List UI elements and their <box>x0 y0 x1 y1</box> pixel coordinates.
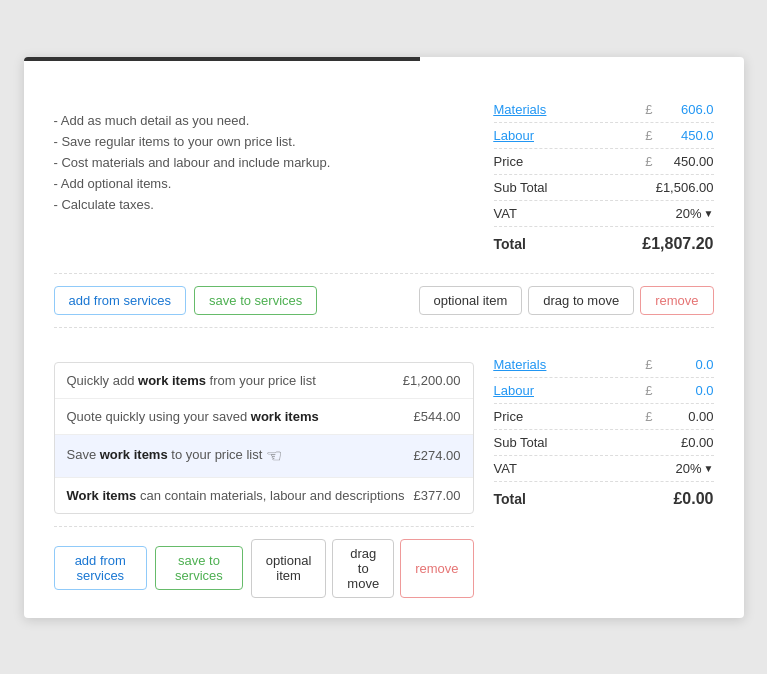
price-row: Price£450.00 <box>494 149 714 175</box>
work-items-left: Quickly add work items from your price l… <box>54 352 474 598</box>
price-value: 450.00 <box>659 154 714 169</box>
price-row: Sub Total£0.00 <box>494 430 714 456</box>
work-item-row: Quickly add work items from your price l… <box>55 363 473 399</box>
price-row: Labour£450.0 <box>494 123 714 149</box>
price-currency: £ <box>645 383 652 398</box>
price-link[interactable]: Labour <box>494 128 534 143</box>
vat-select[interactable]: 20% <box>676 461 702 476</box>
work-item-price: £1,200.00 <box>403 373 461 388</box>
top-section: Add as much detail as you need.Save regu… <box>54 97 714 253</box>
price-label: Sub Total <box>494 180 650 195</box>
price-currency: £ <box>645 409 652 424</box>
vat-label: VAT <box>494 461 676 476</box>
action-row-bottom-right: optional itemdrag to moveremove <box>251 539 474 598</box>
progress-bar <box>24 57 420 61</box>
price-currency: £ <box>645 154 652 169</box>
action-btn-bottom-left-0[interactable]: add from services <box>54 546 148 590</box>
price-row: Price£0.00 <box>494 404 714 430</box>
action-btn-bottom-left-1[interactable]: save to services <box>155 546 243 590</box>
total-label: Total <box>494 491 674 507</box>
bullet-item: Add as much detail as you need. <box>54 113 474 128</box>
price-value: 0.00 <box>659 409 714 424</box>
work-item-text: Quote quickly using your saved work item… <box>67 409 414 424</box>
price-row: Materials£0.0 <box>494 352 714 378</box>
main-card: Add as much detail as you need.Save regu… <box>24 57 744 618</box>
action-row-bottom: add from servicessave to services option… <box>54 526 474 598</box>
left-panel: Add as much detail as you need.Save regu… <box>54 97 474 253</box>
cursor-icon: ☜ <box>266 445 282 467</box>
price-link[interactable]: Materials <box>494 357 547 372</box>
action-btn-top-right-1[interactable]: drag to move <box>528 286 634 315</box>
price-link[interactable]: Materials <box>494 102 547 117</box>
price-label[interactable]: Labour <box>494 383 646 398</box>
vat-dropdown-icon: ▼ <box>704 463 714 474</box>
work-items-section: Quickly add work items from your price l… <box>54 352 714 598</box>
vat-select[interactable]: 20% <box>676 206 702 221</box>
bullet-item: Add optional items. <box>54 176 474 191</box>
right-panel-top: Materials£606.0Labour£450.0Price£450.00S… <box>494 97 714 253</box>
price-label[interactable]: Labour <box>494 128 646 143</box>
vat-dropdown-icon: ▼ <box>704 208 714 219</box>
action-btn-bottom-right-1[interactable]: drag to move <box>332 539 394 598</box>
work-item-text: Quickly add work items from your price l… <box>67 373 403 388</box>
work-item-list: Quickly add work items from your price l… <box>54 362 474 514</box>
action-row-top-right: optional itemdrag to moveremove <box>419 286 714 315</box>
price-value: £0.00 <box>659 435 714 450</box>
price-link[interactable]: Labour <box>494 383 534 398</box>
work-item-row: Work items can contain materials, labour… <box>55 478 473 513</box>
price-label: Price <box>494 154 646 169</box>
total-row: Total£0.00 <box>494 482 714 508</box>
price-currency: £ <box>645 102 652 117</box>
bullet-item: Cost materials and labour and include ma… <box>54 155 474 170</box>
action-btn-top-left-0[interactable]: add from services <box>54 286 187 315</box>
bullet-list: Add as much detail as you need.Save regu… <box>54 113 474 212</box>
action-btn-top-right-2[interactable]: remove <box>640 286 713 315</box>
price-label: Sub Total <box>494 435 653 450</box>
vat-label: VAT <box>494 206 676 221</box>
price-row: Sub Total£1,506.00 <box>494 175 714 201</box>
action-row-top-left: add from servicessave to services <box>54 286 318 315</box>
vat-row: VAT20% ▼ <box>494 201 714 227</box>
price-currency: £ <box>645 357 652 372</box>
action-btn-bottom-right-2[interactable]: remove <box>400 539 473 598</box>
work-items-layout: Quickly add work items from your price l… <box>54 352 714 598</box>
price-row: Materials£606.0 <box>494 97 714 123</box>
vat-select-wrapper[interactable]: 20% ▼ <box>676 461 714 476</box>
price-value: 0.0 <box>659 383 714 398</box>
price-table-top: Materials£606.0Labour£450.0Price£450.00S… <box>494 97 714 253</box>
total-label: Total <box>494 236 643 252</box>
price-label[interactable]: Materials <box>494 102 646 117</box>
total-row: Total£1,807.20 <box>494 227 714 253</box>
price-value: £1,506.00 <box>656 180 714 195</box>
action-row-top: add from servicessave to services option… <box>54 273 714 328</box>
vat-select-wrapper[interactable]: 20% ▼ <box>676 206 714 221</box>
work-item-row: Quote quickly using your saved work item… <box>55 399 473 435</box>
price-value: 0.0 <box>659 357 714 372</box>
price-label: Price <box>494 409 646 424</box>
total-value: £1,807.20 <box>642 235 713 253</box>
action-btn-top-right-0[interactable]: optional item <box>419 286 523 315</box>
action-btn-bottom-right-0[interactable]: optional item <box>251 539 327 598</box>
work-item-price: £377.00 <box>414 488 461 503</box>
price-row: Labour£0.0 <box>494 378 714 404</box>
work-item-price: £544.00 <box>414 409 461 424</box>
bullet-item: Calculate taxes. <box>54 197 474 212</box>
price-value: 450.0 <box>659 128 714 143</box>
work-item-price: £274.00 <box>414 448 461 463</box>
action-row-bottom-left: add from servicessave to services <box>54 546 243 590</box>
bullet-item: Save regular items to your own price lis… <box>54 134 474 149</box>
work-item-text: Save work items to your price list☜ <box>67 445 414 467</box>
price-currency: £ <box>645 128 652 143</box>
total-value: £0.00 <box>673 490 713 508</box>
price-table-bottom: Materials£0.0Labour£0.0Price£0.00Sub Tot… <box>494 352 714 508</box>
work-item-row: Save work items to your price list☜£274.… <box>55 435 473 478</box>
action-btn-top-left-1[interactable]: save to services <box>194 286 317 315</box>
price-value: 606.0 <box>659 102 714 117</box>
work-item-text: Work items can contain materials, labour… <box>67 488 414 503</box>
right-panel-bottom: Materials£0.0Labour£0.0Price£0.00Sub Tot… <box>494 352 714 598</box>
vat-row: VAT20% ▼ <box>494 456 714 482</box>
price-label[interactable]: Materials <box>494 357 646 372</box>
